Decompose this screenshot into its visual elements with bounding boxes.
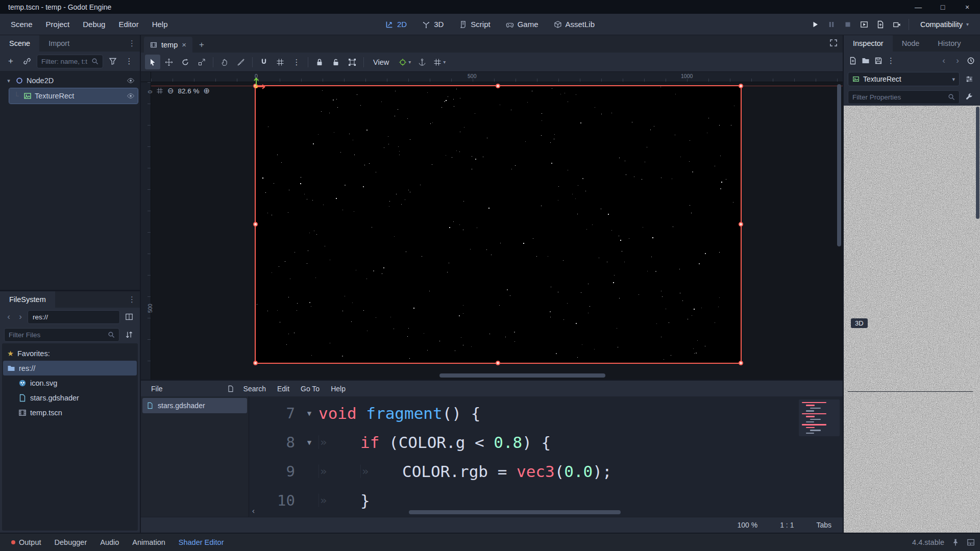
inspector-scrollbar[interactable] <box>976 107 979 219</box>
history-forward-icon[interactable]: › <box>953 56 962 66</box>
movie-maker-button[interactable] <box>890 18 903 31</box>
unlock-button[interactable] <box>328 55 344 69</box>
pin-bottom-panel-icon[interactable] <box>951 538 960 546</box>
file-row-icon-svg[interactable]: icon.svg <box>3 375 137 390</box>
edited-object-selector[interactable]: TextureRect ▾ <box>848 72 960 86</box>
tab-filesystem[interactable]: FileSystem <box>0 291 55 308</box>
file-tree[interactable]: ★ Favorites: res:// icon.svg stars.gdsha… <box>2 343 138 531</box>
menu-help[interactable]: Help <box>145 17 175 32</box>
tab-scene[interactable]: Scene <box>0 35 39 52</box>
shader-menu-edit[interactable]: Edit <box>272 383 295 395</box>
property-filter-input[interactable]: Filter Properties <box>848 90 960 104</box>
scene-tree[interactable]: ▾ Node2D └ TextureRect <box>0 71 140 290</box>
lock-button[interactable] <box>312 55 327 69</box>
indent-type-label[interactable]: Tabs <box>816 521 831 529</box>
instance-scene-button[interactable] <box>20 55 34 68</box>
play-scene-button[interactable] <box>857 18 871 31</box>
shader-code-editor[interactable]: 7▼void fragment() {8▼»if (COLOR.g < 0.8)… <box>249 396 843 517</box>
snap-options-button[interactable]: ⋮ <box>289 55 304 69</box>
new-resource-icon[interactable] <box>849 57 857 65</box>
grid-snap-button[interactable] <box>273 55 288 69</box>
workspace-3d-button[interactable]: 3D <box>417 17 449 31</box>
save-resource-icon[interactable] <box>874 57 883 65</box>
panel-output-button[interactable]: Output <box>5 536 47 549</box>
menu-editor[interactable]: Editor <box>112 17 145 32</box>
tree-row[interactable]: └ TextureRect <box>9 88 138 104</box>
zoom-out-button[interactable]: ⊖ <box>167 86 174 95</box>
new-tab-button[interactable]: + <box>194 37 209 53</box>
tree-row[interactable]: ▾ Node2D <box>2 73 138 88</box>
shader-file-list[interactable]: stars.gdshader <box>141 396 249 517</box>
property-texture[interactable]: Texture ↻ ▾ <box>844 121 980 142</box>
tab-node[interactable]: Node <box>893 35 929 52</box>
visibility-eye-icon[interactable] <box>127 92 135 100</box>
workspace-game-button[interactable]: Game <box>501 17 544 31</box>
selection-handle[interactable] <box>739 361 743 365</box>
extra-options-button[interactable] <box>963 72 976 86</box>
pause-button[interactable] <box>825 18 838 31</box>
filter-options-button[interactable] <box>106 55 119 68</box>
load-resource-icon[interactable] <box>862 57 870 65</box>
shader-menu-goto[interactable]: Go To <box>296 383 325 395</box>
code-minimap[interactable] <box>799 399 840 436</box>
selection-handle[interactable] <box>739 84 743 88</box>
selection-handle[interactable] <box>496 84 500 88</box>
tab-import[interactable]: Import <box>39 35 79 52</box>
panel-shader-editor-button[interactable]: Shader Editor <box>173 536 230 549</box>
resource-menu-icon[interactable]: ⋮ <box>887 56 895 65</box>
workspace-assetlib-button[interactable]: AssetLib <box>549 17 600 31</box>
sort-files-button[interactable] <box>122 328 136 341</box>
zoom-percent-button[interactable]: 82.6 % <box>178 87 200 95</box>
scale-tool-button[interactable] <box>194 55 209 69</box>
code-line[interactable]: 9»»COLOR.rgb = vec3(0.0); <box>249 457 843 486</box>
panel-animation-button[interactable]: Animation <box>126 536 171 549</box>
viewport-hscrollbar[interactable] <box>274 373 710 378</box>
viewport-vscrollbar[interactable] <box>837 84 841 364</box>
texture-thumbnail[interactable] <box>917 124 941 139</box>
zoom-grid-icon[interactable] <box>156 87 163 94</box>
scroll-left-icon[interactable]: ‹ <box>251 507 256 516</box>
folder-row-res[interactable]: res:// <box>3 361 137 375</box>
maximize-button[interactable]: □ <box>938 3 947 11</box>
noise-preview[interactable]: 3D <box>848 315 973 392</box>
play-button[interactable] <box>808 18 822 31</box>
minimize-button[interactable]: — <box>914 3 923 11</box>
close-button[interactable]: × <box>963 3 972 11</box>
move-gizmo[interactable] <box>244 75 268 98</box>
code-hscrollbar[interactable] <box>326 510 787 514</box>
file-filter-input[interactable]: Filter Files <box>4 328 119 342</box>
visibility-eye-icon[interactable] <box>127 77 135 85</box>
current-path[interactable]: res:// <box>28 310 120 324</box>
scene-tab-temp[interactable]: temp × <box>144 37 192 53</box>
rotate-tool-button[interactable] <box>178 55 193 69</box>
collapse-icon[interactable]: ▾ <box>5 78 12 84</box>
preview-3d-toggle[interactable]: 3D <box>851 318 868 328</box>
group-button[interactable] <box>345 55 360 69</box>
selection-handle[interactable] <box>739 222 743 227</box>
filesystem-menu-icon[interactable]: ⋮ <box>128 295 136 304</box>
select-tool-button[interactable] <box>145 55 160 69</box>
code-line[interactable]: 8▼»if (COLOR.g < 0.8) { <box>249 428 843 457</box>
expand-bottom-panel-icon[interactable] <box>967 538 975 546</box>
2d-viewport[interactable]: 0 500 1000 0 500 <box>141 72 843 380</box>
nav-forward-button[interactable]: › <box>16 312 25 322</box>
tab-history[interactable]: History <box>928 35 970 52</box>
d dock-menu-icon[interactable]: ⋮ <box>128 39 136 48</box>
view-menu-button[interactable]: View <box>368 56 395 68</box>
file-row-shader[interactable]: stars.gdshader <box>3 390 137 405</box>
editor-zoom-label[interactable]: 100 % <box>737 521 757 529</box>
pan-tool-button[interactable] <box>217 55 232 69</box>
history-clock-icon[interactable] <box>967 57 975 65</box>
shader-menu-search[interactable]: Search <box>238 383 271 395</box>
center-view-dropdown[interactable]: ▾ <box>396 55 414 69</box>
panel-debugger-button[interactable]: Debugger <box>48 536 93 549</box>
workspace-script-button[interactable]: Script <box>454 17 495 31</box>
file-row-scene[interactable]: temp.tscn <box>3 405 137 420</box>
menu-debug[interactable]: Debug <box>76 17 112 32</box>
move-tool-button[interactable] <box>161 55 177 69</box>
close-tab-icon[interactable]: × <box>182 40 186 49</box>
selection-handle[interactable] <box>253 361 258 365</box>
shader-file-row[interactable]: stars.gdshader <box>142 398 247 413</box>
anchor-dropdown[interactable] <box>415 55 429 69</box>
distraction-free-icon[interactable] <box>829 39 838 47</box>
